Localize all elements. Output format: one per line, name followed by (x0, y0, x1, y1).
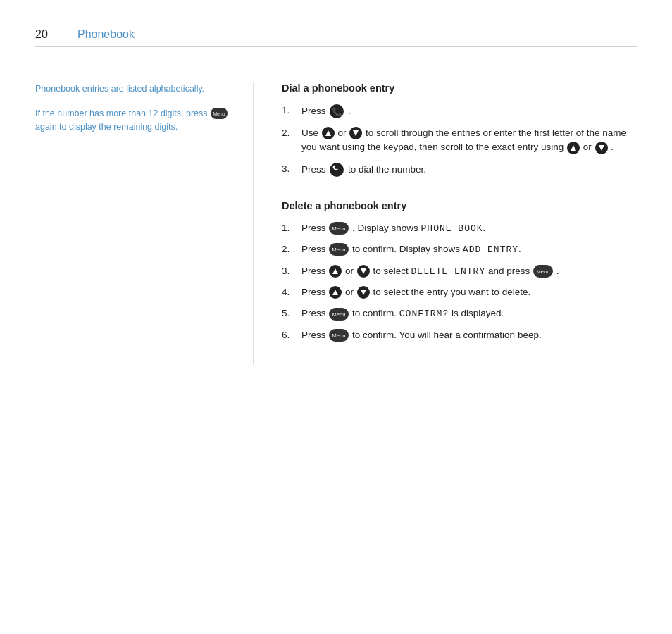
menu-icon-1: Menu (329, 222, 349, 235)
display-phone-book: PHONE BOOK (421, 223, 483, 234)
svg-text:Menu: Menu (332, 247, 346, 253)
dial-step-1: 1. Press 📞 . (282, 104, 637, 119)
menu-icon-2: Menu (329, 243, 349, 256)
down-icon-3 (357, 265, 370, 278)
del-step-text-5: Press Menu to confirm. CONFIRM? is displ… (301, 306, 637, 321)
header-divider (35, 46, 637, 47)
step-num-1: 1. (282, 104, 296, 119)
dial-steps-list: 1. Press 📞 . 2. (282, 104, 637, 178)
delete-step-3: 3. Press or to se (282, 264, 637, 279)
down-icon-2 (595, 142, 608, 154)
menu-icon-6: Menu (329, 329, 349, 342)
sidebar-note-1-text: Phonebook entries are listed alphabetica… (35, 84, 204, 94)
svg-text:Menu: Menu (332, 311, 346, 318)
delete-step-2: 2. Press Menu to confirm. Display shows … (282, 242, 637, 257)
svg-text:Menu: Menu (332, 225, 346, 232)
up-icon (322, 127, 335, 139)
up-icon-4 (329, 286, 342, 299)
display-confirm: CONFIRM? (399, 309, 449, 319)
display-delete-entry: DELETE ENTRY (411, 266, 486, 277)
dial-section: Dial a phonebook entry 1. Press 📞 (282, 82, 637, 178)
del-step-text-2: Press Menu to confirm. Display shows ADD… (301, 242, 637, 257)
menu-icon-3: Menu (533, 265, 553, 278)
svg-text:Menu: Menu (332, 332, 346, 339)
del-step-num-6: 6. (282, 328, 296, 342)
sidebar-note-2: If the number has more than 12 digits, p… (35, 107, 232, 134)
delete-step-6: 6. Press Menu to confirm. You will hear … (282, 328, 637, 342)
delete-step-1: 1. Press Menu . Display shows PHONE BOOK… (282, 221, 637, 236)
sidebar: Phonebook entries are listed alphabetica… (35, 82, 254, 365)
display-add-entry: ADD ENTRY (463, 244, 518, 255)
up-icon-3 (329, 265, 342, 278)
delete-steps-list: 1. Press Menu . Display shows PHONE BOOK… (282, 221, 637, 343)
dial-step-3: 3. Press to dial the number. (282, 162, 637, 178)
del-step-text-3: Press or to select DELETE ENTRY and pres… (301, 264, 637, 279)
step-text-1: Press 📞 . (301, 104, 637, 119)
menu-icon-5: Menu (329, 308, 349, 321)
del-step-num-2: 2. (282, 242, 296, 257)
dial-section-title: Dial a phonebook entry (282, 82, 637, 94)
svg-text:Menu: Menu (537, 268, 550, 275)
del-step-text-4: Press or to select the entry you want to… (301, 285, 637, 299)
sidebar-note-1: Phonebook entries are listed alphabetica… (35, 82, 232, 96)
del-step-text-1: Press Menu . Display shows PHONE BOOK. (301, 221, 637, 236)
page-number: 20 (35, 28, 63, 41)
svg-text:Menu: Menu (213, 111, 225, 116)
delete-section: Delete a phonebook entry 1. Press Menu .… (282, 200, 637, 343)
delete-step-4: 4. Press or to se (282, 285, 637, 299)
dial-step-2: 2. Use or (282, 126, 637, 155)
main-content: Dial a phonebook entry 1. Press 📞 (254, 82, 637, 365)
down-icon (349, 127, 362, 139)
step-text-2: Use or to scro (301, 126, 637, 155)
menu-icon-sidebar: Menu (211, 108, 228, 119)
phone-icon: 📞 (329, 104, 344, 119)
step-num-3: 3. (282, 162, 296, 178)
content-area: Phonebook entries are listed alphabetica… (35, 82, 637, 365)
end-call-icon (329, 162, 344, 178)
del-step-num-5: 5. (282, 306, 296, 321)
del-step-num-3: 3. (282, 264, 296, 279)
step-text-3: Press to dial the number. (301, 162, 637, 178)
delete-section-title: Delete a phonebook entry (282, 200, 637, 211)
header: 20 Phonebook (35, 28, 637, 41)
chapter-title: Phonebook (77, 28, 135, 41)
down-icon-4 (357, 286, 370, 299)
sidebar-note-2-text: If the number has more than 12 digits, p… (35, 108, 228, 132)
page: 20 Phonebook Phonebook entries are liste… (0, 0, 672, 634)
up-icon-2 (567, 142, 580, 154)
del-step-text-6: Press Menu to confirm. You will hear a c… (301, 328, 637, 342)
del-step-num-4: 4. (282, 285, 296, 299)
step-num-2: 2. (282, 126, 296, 155)
del-step-num-1: 1. (282, 221, 296, 236)
delete-step-5: 5. Press Menu to confirm. CONFIRM? is di… (282, 306, 637, 321)
svg-text:📞: 📞 (332, 106, 342, 117)
